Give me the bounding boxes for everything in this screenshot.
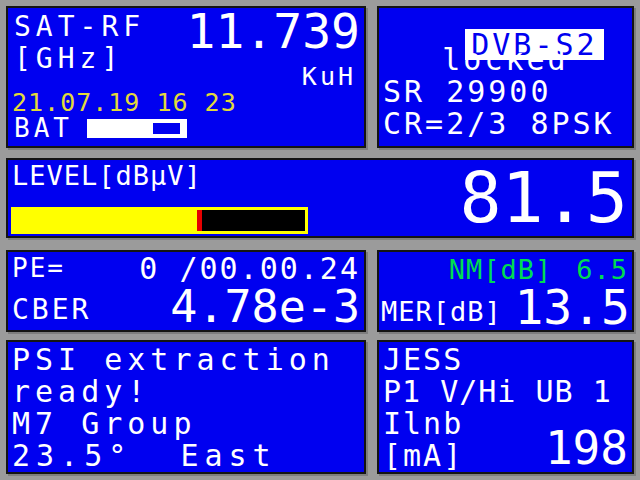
dvb-status-panel: DVB-S2 locked SR 29900 CR=2/3 8PSK: [377, 6, 634, 148]
sat-rf-title: SAT-RF: [14, 12, 145, 41]
mer-label: MER[dB]: [381, 298, 502, 326]
packet-error-label: PE=: [12, 255, 65, 282]
signal-quality-panel: NM[dB] 6.5 MER[dB] 13.5: [377, 250, 634, 332]
lnb-port-band-userband: P1 V/Hi UB 1: [383, 376, 612, 408]
lnb-current-value: 198: [545, 424, 628, 472]
cber-label: CBER: [12, 295, 91, 324]
orbital-position: 23.5° East: [12, 440, 277, 472]
level-bar-fill: [14, 210, 197, 231]
battery-label: BAT: [14, 113, 73, 143]
level-bargraph: [11, 207, 308, 234]
satmeter-screen: SAT-RF [GHz] 11.739 KuH 21.07.19 16 23 B…: [0, 0, 640, 480]
lnb-system-label: JESS: [383, 344, 463, 376]
psi-ready-line: ready!: [12, 376, 150, 408]
level-bar-peak-marker: [197, 210, 202, 231]
lnb-current-label: Ilnb: [383, 408, 463, 440]
lnb-current-unit: [mA]: [383, 440, 463, 472]
level-value: 81.5: [459, 162, 628, 234]
mer-value: 13.5: [514, 282, 630, 332]
psi-status-line: PSI extraction: [12, 344, 335, 376]
cber-value: 4.78e-3: [170, 283, 360, 330]
level-label: LEVEL[dBµV]: [12, 162, 202, 190]
code-rate-modulation: CR=2/3 8PSK: [383, 108, 615, 140]
frequency-unit-label: [GHz]: [14, 44, 123, 73]
frequency-value: 11.739: [187, 6, 360, 56]
sat-rf-panel: SAT-RF [GHz] 11.739 KuH 21.07.19 16 23 B…: [6, 6, 366, 148]
error-rate-panel: PE= 0 /00.00.24 CBER 4.78e-3: [6, 250, 366, 332]
lock-status: locked: [379, 44, 632, 76]
band-polarization-label: KuH: [302, 64, 356, 90]
battery-charge-marker: [153, 123, 180, 134]
lnb-control-panel: JESS P1 V/Hi UB 1 Ilnb [mA] 198: [377, 340, 634, 474]
symbol-rate: SR 29900: [383, 76, 552, 108]
level-panel: LEVEL[dBµV] 81.5: [6, 158, 634, 238]
battery-row: BAT: [14, 113, 187, 143]
psi-info-panel: PSI extraction ready! M7 Group 23.5° Eas…: [6, 340, 366, 474]
satellite-operator-name: M7 Group: [12, 408, 197, 440]
battery-gauge-icon: [87, 119, 187, 138]
